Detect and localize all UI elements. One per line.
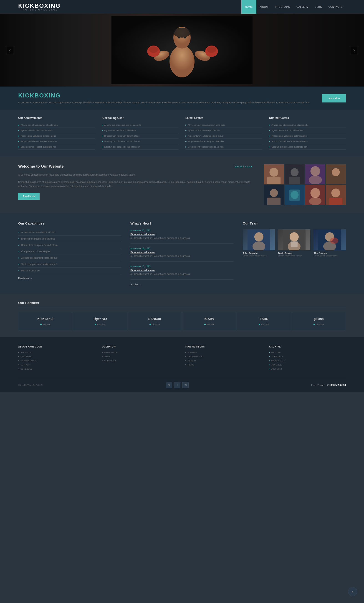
footer-link[interactable]: ▸PRESENTATION [18, 359, 95, 362]
team-desc-1: Lorem ipsum dolce massa [243, 255, 275, 257]
partner-visit-1[interactable]: Visit Site [75, 323, 124, 326]
list-item: ▸Egnisti mos ducimus qui blanditis [18, 128, 95, 133]
nav-item-blog[interactable]: BLOG [312, 0, 325, 14]
list-item: ▸Rraesentum volutptum deleniti atque [18, 133, 95, 139]
list-item: ▸Rraesentum volutptum deleniti atque [185, 133, 262, 139]
list-item: ▸Al vero eos et accusamus et iusto odio [102, 122, 179, 128]
news-item-1: November 20, 2013 Dignissimos ducimus qu… [130, 229, 233, 244]
footer-col-overview: OVERVIEW ▸WHAT WE DO ▸NEWS ▸SOLUTIONS [102, 346, 179, 372]
partners-section: Our Partners KicKSchul Visit Site Tiger … [0, 294, 364, 337]
nav-item-home[interactable]: HOME [241, 0, 256, 14]
social-icon-facebook[interactable]: f [174, 382, 180, 388]
news-item-3: November 10, 2013 Dignissimos ducimus qu… [130, 265, 233, 280]
footer-archive-link[interactable]: ▸JULY 2013 [269, 368, 346, 370]
partner-visit-5[interactable]: Visit Site [294, 323, 343, 326]
footer-link[interactable]: ▸ABOUT US [18, 351, 95, 354]
partner-visit-2[interactable]: Visit Site [130, 323, 179, 326]
list-item: ▸Al vero eos et accusamus et iusto odio [185, 122, 262, 128]
news-text-2: qui blanditiaersentum Cornupt quos dolor… [130, 254, 233, 258]
read-more-button[interactable]: Read More [18, 193, 40, 200]
news-title-1[interactable]: Dignissimos ducimus [130, 233, 233, 235]
list-item: ▸Rraesentum volutptum deleniti atque [269, 133, 346, 139]
welcome-para1: Al vero eos et accusamus et iusto odio d… [18, 173, 253, 177]
col-instructors: Our Instructors ▸Al vero eos et accusamu… [269, 116, 346, 150]
footer-archive-link[interactable]: ▸MARCH 2013 [269, 359, 346, 362]
svg-point-45 [330, 238, 338, 244]
photo-cell-5 [264, 185, 284, 205]
capabilities-read-more[interactable]: Read more → [18, 277, 121, 280]
footer-link[interactable]: ▸FORUMS [185, 351, 262, 354]
cap-item: »Daesentum volutptum deleniti atque [18, 242, 121, 248]
footer-col-about: ABOUT OUR CLUB ▸ABOUT US ▸MEMBERS ▸PRESE… [18, 346, 95, 372]
phone-info: Free Phone: +1 800 559 6580 [311, 384, 346, 386]
footer-link[interactable]: ▸SIGN IN [185, 359, 262, 362]
partner-visit-0[interactable]: Visit Site [21, 323, 70, 326]
list-item: ▸Egnisti mos ducimus qui blanditis [269, 128, 346, 133]
footer-bottom: © 2014 | PRIVACY POLICY 𝕏 f ✉ Free Phone… [18, 378, 346, 392]
footer-link[interactable]: ▸NEWS [185, 363, 262, 366]
news-item-2: November 15, 2013 Dignissimos ducimus qu… [130, 247, 233, 262]
team-desc-2: Lorem ipsum dolce massa [278, 255, 310, 257]
team-name-1: John Franklin [243, 252, 275, 255]
hero-arrow-left[interactable]: ‹ [7, 47, 13, 53]
footer-archive-link[interactable]: ▸APRIL 2013 [269, 355, 346, 358]
whats-new-col: What's New? November 20, 2013 Dignissimo… [130, 221, 233, 286]
social-icon-twitter[interactable]: 𝕏 [166, 382, 172, 388]
svg-point-31 [309, 197, 321, 205]
hero-arrow-right[interactable]: › [351, 47, 357, 53]
nav-item-programs[interactable]: PROGRAMS [272, 0, 293, 14]
footer-link[interactable]: ▸MEMBERS [18, 355, 95, 358]
four-columns-section: Our Achievements ▸Al vero eos et accusam… [0, 110, 364, 156]
view-all-photos[interactable]: View all Photos ▶ [234, 165, 253, 168]
svg-point-24 [270, 189, 278, 197]
footer-link[interactable]: ▸WHAT WE DO [102, 351, 179, 354]
footer-copyright: © 2014 | PRIVACY POLICY [18, 384, 44, 386]
partner-galass: galass Visit Site [292, 312, 346, 330]
list-item: ▸Ecepturi sint occaecati cupiditate non [18, 144, 95, 150]
list-item: ▸Ecepturi sint occaecati cupiditate non [102, 144, 179, 150]
social-icon-email[interactable]: ✉ [182, 382, 188, 388]
photo-grid [264, 164, 346, 205]
svg-point-19 [310, 166, 320, 176]
partners-title: Our Partners [18, 301, 346, 307]
nav-item-gallery[interactable]: GALLERY [293, 0, 312, 14]
capabilities-col: Our Capabilities »Al vero eos et accusam… [18, 221, 121, 286]
nav-item-about[interactable]: ABOUT [256, 0, 272, 14]
svg-point-11 [184, 37, 186, 38]
svg-point-36 [254, 232, 264, 241]
footer-link[interactable]: ▸NEWS [102, 355, 179, 358]
team-name-3: Alex Sawyer [313, 252, 346, 255]
footer-archive-link[interactable]: ▸JUNE 2013 [269, 363, 346, 366]
svg-rect-34 [329, 198, 343, 205]
cap-item: »Alestias exceptur sint occaecati cup [18, 255, 121, 261]
footer-link[interactable]: ▸SOLUTIONS [102, 359, 179, 362]
main-nav: HOME ABOUT PROGRAMS GALLERY BLOG CONTACT… [241, 0, 346, 14]
hero-title: KICKBOXING [18, 92, 313, 99]
nav-item-contacts[interactable]: CONTACTS [325, 0, 346, 14]
list-item: ▸Al vero eos et accusamus et iusto odio [269, 122, 346, 128]
partner-visit-4[interactable]: Visit Site [239, 323, 288, 326]
news-title-2[interactable]: Dignissimos ducimus [130, 251, 233, 254]
hero-slider: ‹ › [0, 14, 364, 87]
archive-link[interactable]: Archive → [130, 283, 233, 286]
partner-visit-3[interactable]: Visit Site [185, 323, 234, 326]
news-text-1: qui blanditiaersentum Cornupt quos dolor… [130, 236, 233, 240]
svg-point-10 [178, 37, 180, 38]
news-title-3[interactable]: Dignissimos ducimus [130, 269, 233, 271]
photo-cell-3 [305, 164, 325, 184]
learn-more-button[interactable]: Learn More [322, 94, 346, 103]
list-item: ▸Rraesentum volutptum deleniti atque [102, 133, 179, 139]
svg-rect-17 [289, 177, 300, 184]
photo-cell-4 [326, 164, 346, 184]
footer-link[interactable]: ▸PROMOTIONS [185, 355, 262, 358]
cap-item: »Dignissimos ducimus qui blanditis [18, 236, 121, 242]
hero-description: Al vero eos et accusamus et iusto odio d… [18, 101, 313, 104]
cap-item: »Corupti quos dolores et quas [18, 248, 121, 255]
svg-point-22 [332, 168, 340, 176]
footer-link[interactable]: ▸SUPPORT [18, 363, 95, 366]
footer-link[interactable]: ▸SCHEDULE [18, 368, 95, 370]
team-col: Our Team John Franklin Lorem ipsum dolce… [243, 221, 346, 286]
photo-cell-1 [264, 164, 284, 184]
footer-col-members: FOR MEMBERS ▸FORUMS ▸PROMOTIONS ▸SIGN IN… [185, 346, 262, 372]
footer-archive-link[interactable]: ▸MAY 2013 [269, 351, 346, 354]
